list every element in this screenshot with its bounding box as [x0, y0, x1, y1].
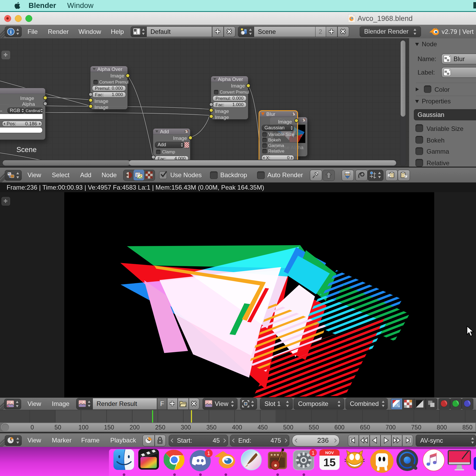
- svg-text:NOV: NOV: [325, 450, 334, 455]
- svg-text:15: 15: [323, 456, 336, 469]
- svg-text:1: 1: [207, 450, 210, 456]
- svg-text:1: 1: [312, 450, 315, 456]
- svg-text:i: i: [10, 29, 12, 35]
